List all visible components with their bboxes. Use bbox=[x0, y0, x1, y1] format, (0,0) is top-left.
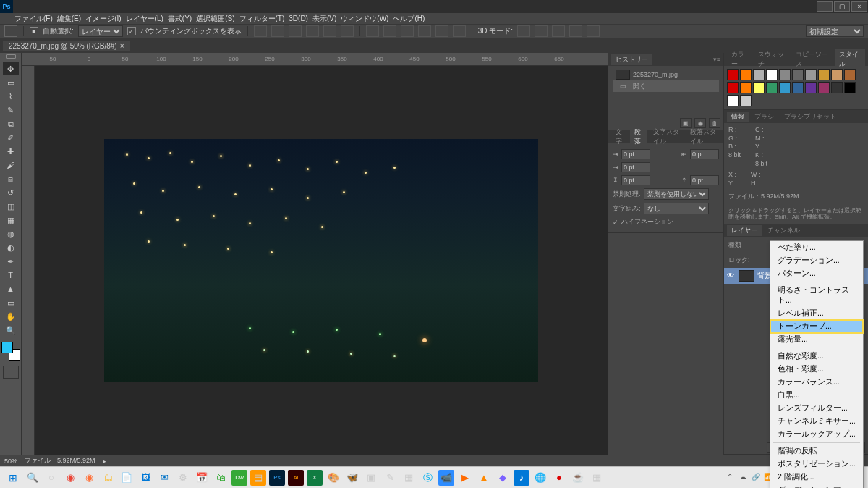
history-step[interactable]: ▭ 開く bbox=[613, 80, 719, 92]
eraser-tool[interactable]: ◫ bbox=[3, 200, 19, 213]
align-btn-4[interactable] bbox=[306, 25, 319, 37]
path-select-tool[interactable]: ▲ bbox=[3, 282, 19, 295]
lasso-tool[interactable]: ⌇ bbox=[3, 90, 19, 103]
visibility-icon[interactable]: 👁 bbox=[727, 272, 736, 279]
firefox-icon[interactable]: ◉ bbox=[81, 470, 97, 486]
style-swatch[interactable] bbox=[831, 82, 843, 93]
notepad-icon[interactable]: 📄 bbox=[119, 470, 135, 486]
cm-threshold[interactable]: 2 階調化... bbox=[770, 471, 863, 484]
store-icon[interactable]: 🛍 bbox=[213, 470, 229, 486]
cm-gradient[interactable]: グラデーション... bbox=[770, 254, 863, 267]
tool-preset-picker[interactable] bbox=[4, 25, 17, 37]
style-swatch[interactable] bbox=[831, 69, 843, 80]
marquee-tool[interactable]: ▭ bbox=[3, 76, 19, 89]
zoom-level[interactable]: 50% bbox=[4, 458, 17, 465]
blur-tool[interactable]: ◍ bbox=[3, 227, 19, 240]
tray-chevron-icon[interactable]: ⌃ bbox=[727, 473, 737, 483]
butterfly-icon[interactable]: 🦋 bbox=[344, 470, 360, 486]
mode3d-btn-4[interactable] bbox=[569, 25, 582, 37]
panel-menu-icon[interactable]: ▾≡ bbox=[713, 56, 720, 63]
menu-select[interactable]: 選択範囲(S) bbox=[196, 14, 234, 24]
minimize-button[interactable]: – bbox=[817, 1, 833, 12]
style-swatch[interactable] bbox=[766, 69, 778, 80]
illustrator-icon[interactable]: Ai bbox=[288, 470, 304, 486]
brush-tool[interactable]: 🖌 bbox=[3, 159, 19, 172]
maximize-button[interactable]: ▢ bbox=[834, 1, 850, 12]
tab-character[interactable]: 文字 bbox=[611, 127, 629, 147]
tab-paragraph[interactable]: 段落 bbox=[630, 127, 647, 147]
history-brush-tool[interactable]: ↺ bbox=[3, 186, 19, 199]
heal-tool[interactable]: ✚ bbox=[3, 145, 19, 158]
terminal-icon[interactable]: ▣ bbox=[363, 470, 379, 486]
hyphenation-checkbox[interactable]: ✓ bbox=[613, 219, 618, 226]
paint-icon[interactable]: 🎨 bbox=[326, 470, 341, 486]
menu-image[interactable]: イメージ(I) bbox=[85, 14, 121, 24]
canvas[interactable] bbox=[35, 66, 608, 455]
media-icon[interactable]: ▶ bbox=[457, 470, 473, 486]
menu-filter[interactable]: フィルター(T) bbox=[239, 14, 285, 24]
menu-layer[interactable]: レイヤー(L) bbox=[126, 14, 163, 24]
style-swatch[interactable] bbox=[740, 95, 752, 106]
toolbar-grip[interactable] bbox=[6, 54, 16, 59]
menu-type[interactable]: 書式(Y) bbox=[168, 14, 192, 24]
cm-color-balance[interactable]: カラーバランス... bbox=[770, 376, 863, 389]
zoom-icon[interactable]: 📹 bbox=[438, 470, 454, 486]
style-swatch[interactable] bbox=[792, 82, 804, 93]
space-before-field[interactable] bbox=[621, 175, 650, 185]
cm-gradient-map[interactable]: グラデーションマップ... bbox=[770, 484, 863, 488]
mojigumi-select[interactable]: なし bbox=[644, 203, 709, 214]
tray-network-icon[interactable]: 🔗 bbox=[752, 473, 762, 483]
tab-channels[interactable]: チャンネル bbox=[763, 225, 804, 236]
auto-select-target[interactable]: レイヤー bbox=[78, 25, 123, 37]
style-swatch[interactable] bbox=[805, 82, 817, 93]
close-button[interactable]: × bbox=[851, 1, 867, 12]
search-icon[interactable]: 🔍 bbox=[25, 470, 41, 486]
explorer-icon[interactable]: 🗂 bbox=[100, 470, 116, 486]
distribute-btn-3[interactable] bbox=[401, 25, 414, 37]
mode3d-btn-1[interactable] bbox=[517, 25, 530, 37]
cm-vibrance[interactable]: 自然な彩度... bbox=[770, 350, 863, 363]
hand-tool[interactable]: ✋ bbox=[3, 310, 19, 323]
distribute-btn-4[interactable] bbox=[418, 25, 431, 37]
tab-parastyle[interactable]: 段落スタイル bbox=[686, 127, 720, 147]
app-icon-5[interactable]: ▦ bbox=[589, 470, 605, 486]
style-swatch[interactable] bbox=[753, 82, 765, 93]
distribute-btn-5[interactable] bbox=[435, 25, 448, 37]
tab-swatch[interactable]: スウォッチ bbox=[754, 49, 790, 70]
tab-style[interactable]: スタイル bbox=[835, 49, 865, 70]
globe-icon[interactable]: 🌐 bbox=[532, 470, 548, 486]
show-bbox-checkbox[interactable]: ✓ bbox=[127, 27, 136, 35]
style-swatch[interactable] bbox=[844, 82, 856, 93]
tray-cloud-icon[interactable]: ☁ bbox=[739, 473, 749, 483]
excel-icon[interactable]: X bbox=[307, 470, 323, 486]
style-swatch[interactable] bbox=[779, 69, 791, 80]
distribute-btn-6[interactable] bbox=[453, 25, 466, 37]
align-btn-1[interactable] bbox=[254, 25, 267, 37]
style-swatch[interactable] bbox=[727, 95, 739, 106]
style-swatch[interactable] bbox=[727, 69, 739, 80]
cortana-icon[interactable]: ○ bbox=[43, 470, 59, 486]
app-icon-4[interactable]: ☕ bbox=[570, 470, 586, 486]
tab-history[interactable]: ヒストリー bbox=[611, 54, 652, 65]
document-tab-close-icon[interactable]: × bbox=[120, 42, 124, 50]
type-tool[interactable]: T bbox=[3, 269, 19, 282]
photoshop-icon[interactable]: Ps bbox=[269, 470, 285, 486]
start-button[interactable]: ⊞ bbox=[4, 469, 22, 487]
align-btn-5[interactable] bbox=[323, 25, 336, 37]
crop-tool[interactable]: ⧉ bbox=[3, 117, 19, 130]
tab-info[interactable]: 情報 bbox=[727, 112, 749, 122]
style-swatch[interactable] bbox=[753, 69, 765, 80]
sublime-icon[interactable]: ▤ bbox=[250, 470, 266, 486]
tab-brushpreset[interactable]: ブラシプリセット bbox=[780, 112, 841, 122]
style-swatch[interactable] bbox=[805, 69, 817, 80]
tab-charstyle[interactable]: 文字スタイル bbox=[649, 127, 684, 147]
cm-brightness-contrast[interactable]: 明るさ・コントラスト... bbox=[770, 284, 863, 307]
align-btn-2[interactable] bbox=[271, 25, 284, 37]
menu-file[interactable]: ファイル(F) bbox=[14, 14, 53, 24]
cm-solid-color[interactable]: べた塗り... bbox=[770, 241, 863, 254]
foreground-color[interactable] bbox=[1, 342, 13, 353]
tab-copysource[interactable]: コピーソース bbox=[791, 49, 833, 70]
style-swatch[interactable] bbox=[792, 69, 804, 80]
quick-select-tool[interactable]: ✎ bbox=[3, 104, 19, 117]
gradient-tool[interactable]: ▦ bbox=[3, 214, 19, 227]
